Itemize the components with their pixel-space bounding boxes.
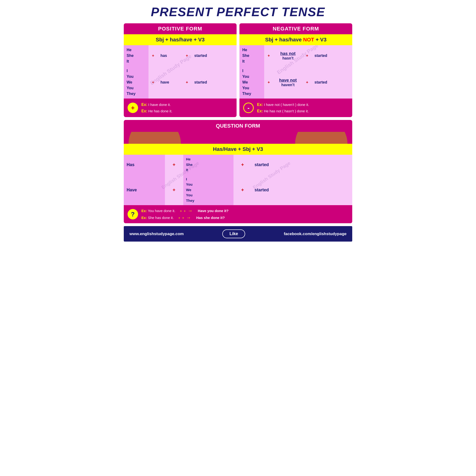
negative-verb-line1-2: have not: [276, 78, 300, 83]
negative-circle: -: [243, 102, 254, 113]
positive-verb-1: has: [157, 45, 182, 66]
negative-ex-label1: Ex:: [257, 102, 263, 107]
negative-subjects-2: IYouWeYouThey: [239, 66, 264, 99]
question-ex-label2: Ex:: [141, 216, 147, 220]
footer-right: facebook.com/englishstudypage: [284, 232, 346, 236]
question-plus2-1: +: [234, 155, 252, 175]
positive-result-1: started: [191, 45, 237, 66]
question-arrow-2: - - →: [178, 215, 191, 221]
positive-formula: Sbj + has/have + V3: [124, 34, 237, 45]
positive-examples: + Ex: I have done it. Ex: He has done it…: [124, 99, 237, 117]
negative-row1: HeSheIt + has not hasn't + started: [239, 45, 352, 66]
question-row1: Has + HeSheIt + started: [124, 155, 352, 175]
negative-verb-1: has not hasn't: [273, 45, 303, 66]
positive-subjects-1: HeSheIt: [124, 45, 149, 66]
question-arches-container: [129, 132, 347, 144]
positive-ex-label2: Ex:: [141, 109, 147, 113]
negative-plus2-2: +: [303, 66, 311, 99]
question-aux-2: Have: [124, 175, 165, 205]
arch-right: [295, 132, 347, 144]
footer-bar: www.englishstudypage.com Like facebook.c…: [124, 226, 352, 241]
positive-plus1-1: +: [149, 45, 157, 66]
question-ex-label1: Ex:: [141, 209, 147, 213]
negative-ex-label2: Ex:: [257, 109, 263, 113]
top-section: POSITIVE FORM Sbj + has/have + V3 Englis…: [124, 23, 352, 117]
question-plus2-2: +: [234, 175, 252, 205]
negative-subjects-1: HeSheIt: [239, 45, 264, 66]
question-form-header: QUESTION FORM: [124, 120, 352, 132]
like-button[interactable]: Like: [222, 229, 245, 238]
negative-example-text: Ex: I have not ( haven't ) done it. Ex: …: [257, 102, 309, 114]
positive-plus2-2: +: [182, 66, 191, 99]
positive-grammar-table: HeSheIt + has + started IYouWeYouThey + …: [124, 45, 237, 99]
question-arrow-1: - - →: [180, 208, 193, 214]
question-arch-area: [124, 132, 352, 144]
question-plus1-1: +: [165, 155, 183, 175]
negative-examples: - Ex: I have not ( haven't ) done it. Ex…: [239, 99, 352, 117]
positive-plus1-2: +: [149, 66, 157, 99]
negative-plus1-2: +: [264, 66, 273, 99]
question-answer-1: Have you done it?: [198, 209, 228, 213]
question-subjects-2: IYouWeYouThey: [183, 175, 234, 205]
negative-verb-line2-1: hasn't: [276, 56, 300, 60]
question-formula: Has/Have + Sbj + V3: [124, 144, 352, 155]
question-answer-2: Has she done it?: [196, 216, 225, 220]
question-examples: ? Ex: You have done it. - - → Have you d…: [124, 205, 352, 223]
question-ex-text-1: Ex: You have done it.: [141, 209, 175, 213]
negative-not-word: NOT: [303, 37, 314, 43]
negative-plus2-1: +: [303, 45, 311, 66]
negative-table-area: English Study Page HeSheIt + has not has…: [239, 45, 352, 99]
positive-form-box: POSITIVE FORM Sbj + has/have + V3 Englis…: [124, 23, 237, 117]
question-subjects-1: HeSheIt: [183, 155, 234, 175]
negative-verb-line1-1: has not: [276, 51, 300, 56]
positive-result-2: started: [191, 66, 237, 99]
question-result-2: started: [252, 175, 352, 205]
question-grammar-table: Has + HeSheIt + started Have + IYouWeYou…: [124, 155, 352, 205]
footer-left: www.englishstudypage.com: [130, 232, 184, 236]
positive-example-text: Ex: I have done it. Ex: He has done it.: [141, 102, 172, 114]
question-form-box: QUESTION FORM Has/Have + Sbj + V3 Englis…: [124, 120, 352, 223]
arch-left: [129, 132, 181, 144]
page-title: PRESENT PERFECT TENSE: [124, 5, 352, 19]
negative-verb-line2-2: haven't: [276, 83, 300, 87]
negative-grammar-table: HeSheIt + has not hasn't + started IYouW…: [239, 45, 352, 99]
question-example-content: Ex: You have done it. - - → Have you don…: [141, 208, 348, 221]
negative-form-header: NEGATIVE FORM: [239, 23, 352, 34]
negative-verb-2: have not haven't: [273, 66, 303, 99]
positive-circle: +: [128, 102, 138, 113]
positive-row2: IYouWeYouThey + have + started: [124, 66, 237, 99]
question-example-row2: Ex: She has done it. - - → Has she done …: [141, 215, 348, 221]
question-result-1: started: [252, 155, 352, 175]
negative-result-1: started: [311, 45, 352, 66]
question-example-row1: Ex: You have done it. - - → Have you don…: [141, 208, 348, 214]
question-table-area: English Study Page English Study Page Ha…: [124, 155, 352, 205]
question-plus1-2: +: [165, 175, 183, 205]
question-ex-text-2: Ex: She has done it.: [141, 216, 174, 220]
positive-ex-label1: Ex:: [141, 102, 147, 107]
negative-row2: IYouWeYouThey + have not haven't + start…: [239, 66, 352, 99]
question-aux-1: Has: [124, 155, 165, 175]
negative-result-2: started: [311, 66, 352, 99]
negative-formula: Sbj + has/have NOT + V3: [239, 34, 352, 45]
positive-subjects-2: IYouWeYouThey: [124, 66, 149, 99]
question-row2: Have + IYouWeYouThey + started: [124, 175, 352, 205]
negative-formula-start: Sbj + has/have: [265, 37, 303, 43]
question-circle: ?: [128, 209, 138, 220]
positive-verb-2: have: [157, 66, 182, 99]
positive-plus2-1: +: [182, 45, 191, 66]
positive-form-header: POSITIVE FORM: [124, 23, 237, 34]
negative-formula-end: + V3: [314, 37, 326, 43]
negative-plus1-1: +: [264, 45, 273, 66]
negative-form-box: NEGATIVE FORM Sbj + has/have NOT + V3 En…: [239, 23, 352, 117]
positive-table-area: English Study Page HeSheIt + has + start…: [124, 45, 237, 99]
positive-row1: HeSheIt + has + started: [124, 45, 237, 66]
